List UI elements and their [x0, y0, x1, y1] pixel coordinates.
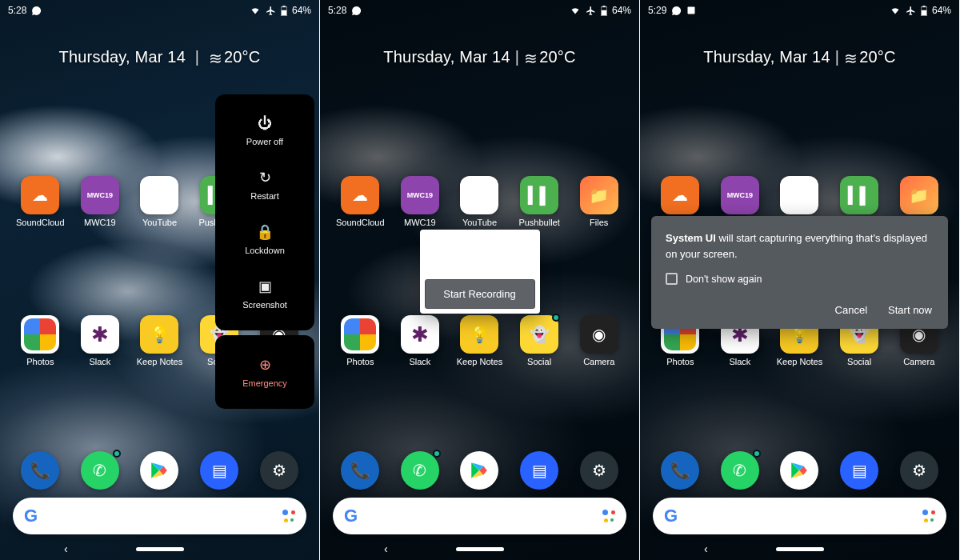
- app-icon: ⚙: [900, 451, 938, 490]
- app-icon: ▤: [840, 451, 878, 490]
- screen-power-menu: 5:28 64% Thursday, Mar 14 | ≋20°C ☁Sound…: [0, 0, 320, 560]
- app-icon: ☁: [341, 176, 379, 214]
- search-bar[interactable]: G: [333, 498, 626, 534]
- app-label: Files: [590, 218, 608, 227]
- emergency-label: Emergency: [242, 378, 287, 388]
- home-pill[interactable]: [456, 547, 504, 551]
- app-icon: ✱: [401, 315, 439, 354]
- app-play-store[interactable]: Play Store: [774, 451, 826, 490]
- svg-rect-6: [688, 7, 695, 14]
- assistant-icon[interactable]: [602, 510, 615, 522]
- svg-rect-5: [602, 10, 606, 14]
- app-pushbullet[interactable]: ▍▌Pushbullet: [514, 176, 566, 227]
- start-now-button[interactable]: Start now: [886, 299, 934, 321]
- app-messages[interactable]: ▤Messages: [194, 451, 246, 490]
- app-label: Social: [527, 357, 551, 366]
- start-recording-button[interactable]: Start Recording: [425, 279, 535, 309]
- app-icon: ✆: [401, 451, 439, 490]
- status-time: 5:29: [648, 5, 666, 16]
- app-slack[interactable]: ✱Slack: [74, 315, 126, 366]
- app-keep-notes[interactable]: 💡Keep Notes: [134, 315, 186, 366]
- app-play-store[interactable]: Play Store: [454, 451, 506, 490]
- dont-show-again[interactable]: Don't show again: [666, 273, 934, 285]
- back-button[interactable]: ‹: [384, 542, 388, 555]
- app-photos[interactable]: Photos: [14, 315, 66, 366]
- app-soundcloud[interactable]: ☁SoundCloud: [334, 176, 386, 227]
- app-label: Keep Notes: [457, 357, 502, 366]
- svg-rect-1: [282, 6, 285, 7]
- google-g-icon: G: [24, 506, 38, 526]
- app-youtube[interactable]: ▶YouTube: [454, 176, 506, 227]
- screen-capture-consent: 5:29 64% Thursday, Mar 14|≋20°C ☁SoundCl…: [640, 0, 960, 560]
- app-label: Photos: [346, 357, 374, 366]
- airplane-icon: [906, 6, 916, 16]
- status-time: 5:28: [8, 5, 26, 16]
- battery-icon: [601, 6, 607, 16]
- power-lockdown[interactable]: 🔒Lockdown: [215, 212, 314, 266]
- power-power-off[interactable]: ⏻Power off: [215, 104, 314, 158]
- home-pill[interactable]: [136, 547, 184, 551]
- app-icon: ▤: [200, 451, 238, 490]
- power-screenshot[interactable]: ▣Screenshot: [215, 266, 314, 321]
- app-icon: MWC19: [721, 176, 759, 214]
- app-phone[interactable]: 📞Phone: [14, 451, 66, 490]
- whatsapp-notif-icon: [351, 6, 362, 16]
- assistant-icon[interactable]: [922, 510, 935, 522]
- assistant-icon[interactable]: [282, 510, 295, 522]
- app-settings[interactable]: ⚙Settings: [893, 451, 945, 490]
- app-slack[interactable]: ✱Slack: [394, 315, 446, 366]
- app-label: Camera: [903, 357, 934, 366]
- app-label: Photos: [26, 357, 54, 366]
- app-phone[interactable]: 📞Phone: [334, 451, 386, 490]
- app-social[interactable]: 👻Social: [514, 315, 566, 366]
- home-pill[interactable]: [776, 547, 824, 551]
- power-item-icon: ⏻: [258, 115, 272, 132]
- power-menu-emergency: ⊕ Emergency: [215, 335, 314, 409]
- app-label: YouTube: [462, 218, 497, 227]
- power-restart[interactable]: ↻Restart: [215, 158, 314, 212]
- app-label: SoundCloud: [336, 218, 385, 227]
- date-weather[interactable]: Thursday, Mar 14 | ≋20°C: [0, 48, 319, 68]
- app-icon: ☁: [661, 176, 699, 214]
- app-camera[interactable]: ◉Camera: [573, 315, 625, 366]
- app-label: MWC19: [404, 218, 436, 227]
- app-youtube[interactable]: ▶YouTube: [134, 176, 186, 227]
- app-label: Slack: [729, 357, 750, 366]
- app-settings[interactable]: ⚙Settings: [573, 451, 625, 490]
- date-weather[interactable]: Thursday, Mar 14|≋20°C: [640, 48, 959, 68]
- app-whatsapp[interactable]: ✆WhatsApp: [74, 451, 126, 490]
- app-icon: [140, 451, 178, 490]
- wifi-icon: [250, 6, 261, 15]
- checkbox-icon[interactable]: [666, 273, 678, 285]
- app-whatsapp[interactable]: ✆WhatsApp: [394, 451, 446, 490]
- app-phone[interactable]: 📞Phone: [654, 451, 706, 490]
- power-item-label: Restart: [250, 191, 278, 201]
- dock-row: 📞Phone✆WhatsAppPlay Store▤Messages⚙Setti…: [14, 451, 305, 490]
- power-menu: ⏻Power off↻Restart🔒Lockdown▣Screenshot ⊕…: [215, 94, 314, 414]
- app-play-store[interactable]: Play Store: [134, 451, 186, 490]
- app-icon: ▤: [520, 451, 558, 490]
- date-text: Thursday, Mar 14: [59, 48, 186, 66]
- date-weather[interactable]: Thursday, Mar 14|≋20°C: [320, 48, 639, 68]
- app-mwc19[interactable]: MWC19MWC19: [394, 176, 446, 227]
- emergency-button[interactable]: ⊕ Emergency: [215, 345, 314, 399]
- cancel-button[interactable]: Cancel: [834, 299, 869, 321]
- search-bar[interactable]: G: [653, 498, 946, 534]
- app-files[interactable]: 📁Files: [573, 176, 625, 227]
- app-icon: ▶: [780, 176, 818, 214]
- search-bar[interactable]: G: [13, 498, 306, 534]
- screenshot-notif-icon: [686, 6, 696, 15]
- app-settings[interactable]: ⚙Settings: [253, 451, 305, 490]
- back-button[interactable]: ‹: [704, 542, 708, 555]
- app-soundcloud[interactable]: ☁SoundCloud: [14, 176, 66, 227]
- back-button[interactable]: ‹: [64, 542, 68, 555]
- app-messages[interactable]: ▤Messages: [834, 451, 886, 490]
- app-messages[interactable]: ▤Messages: [514, 451, 566, 490]
- app-icon: ⚙: [580, 451, 618, 490]
- app-icon: [460, 451, 498, 490]
- app-photos[interactable]: Photos: [334, 315, 386, 366]
- app-whatsapp[interactable]: ✆WhatsApp: [714, 451, 766, 490]
- power-item-icon: ↻: [259, 169, 271, 186]
- app-keep-notes[interactable]: 💡Keep Notes: [454, 315, 506, 366]
- app-mwc19[interactable]: MWC19MWC19: [74, 176, 126, 227]
